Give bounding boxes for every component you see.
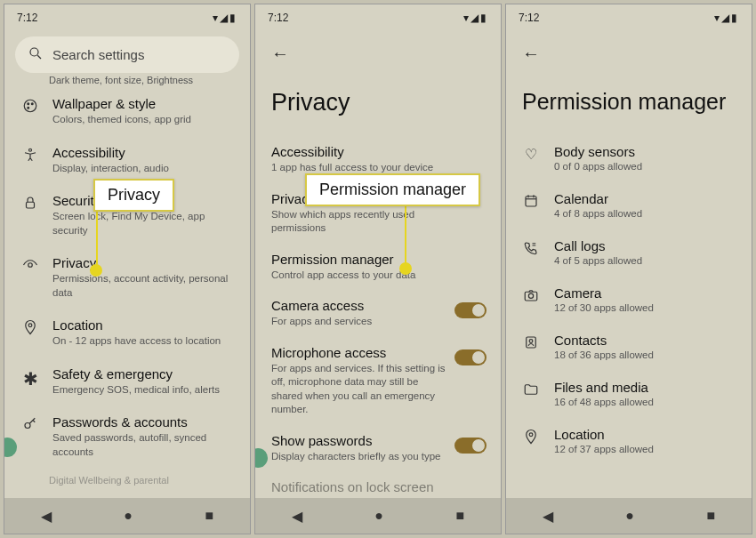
settings-screen: 7:12 ▾◢▮ Search settings Dark theme, fon… [4, 4, 251, 534]
search-settings[interactable]: Search settings [15, 36, 239, 73]
perm-item-files[interactable]: Files and media16 of 48 apps allowed [506, 370, 752, 417]
highlight-dot [90, 264, 102, 277]
nav-back-icon[interactable]: ◀ [41, 508, 52, 525]
callout-permission-manager: Permission manager [305, 173, 480, 206]
perm-item-call-logs[interactable]: Call logs4 of 5 apps allowed [506, 229, 752, 276]
toggle-camera[interactable] [454, 302, 487, 318]
svg-point-16 [528, 293, 533, 298]
svg-point-9 [28, 324, 32, 327]
privacy-item-microphone[interactable]: Microphone accessFor apps and services. … [255, 337, 501, 425]
nav-home-icon[interactable]: ● [374, 508, 383, 524]
search-placeholder: Search settings [52, 47, 144, 62]
key-icon [20, 414, 40, 432]
svg-point-19 [529, 433, 533, 437]
status-icons: ▾◢▮ [213, 12, 237, 24]
svg-point-8 [28, 263, 33, 268]
svg-point-6 [29, 149, 32, 151]
settings-item-accessibility[interactable]: AccessibilityDisplay, interaction, audio [4, 136, 250, 185]
toggle-passwords[interactable] [454, 438, 487, 454]
back-button[interactable]: ← [255, 31, 501, 64]
svg-point-0 [30, 48, 38, 56]
status-bar: 7:12 ▾◢▮ [255, 4, 501, 31]
status-icons: ▾◢▮ [714, 12, 739, 24]
privacy-item-permission-manager[interactable]: Permission managerControl app access to … [255, 244, 501, 291]
perm-item-camera[interactable]: Camera12 of 30 apps allowed [506, 276, 752, 323]
privacy-icon [20, 255, 40, 273]
accessibility-icon [20, 145, 40, 163]
nav-recent-icon[interactable]: ■ [205, 508, 214, 524]
location-icon [20, 317, 40, 335]
svg-rect-7 [27, 202, 35, 208]
nav-back-icon[interactable]: ◀ [292, 508, 302, 525]
nav-recent-icon[interactable]: ■ [456, 508, 465, 524]
privacy-screen: 7:12 ▾◢▮ ← Privacy Accessibility1 app ha… [254, 4, 502, 534]
perm-item-contacts[interactable]: Contacts18 of 36 apps allowed [506, 323, 752, 370]
highlight-dot [399, 262, 412, 275]
location-icon [522, 427, 540, 448]
settings-item-wallpaper[interactable]: Wallpaper & styleColors, themed icons, a… [4, 87, 250, 136]
page-title: Permission manager [506, 64, 752, 134]
svg-point-10 [25, 423, 30, 429]
next-item-cut: Digital Wellbeing & parental [4, 468, 250, 487]
settings-item-passwords[interactable]: Passwords & accountsSaved passwords, aut… [4, 406, 250, 468]
prev-item-cut: Dark theme, font size, Brightness [4, 73, 250, 87]
emergency-icon: ✱ [20, 366, 40, 389]
svg-point-18 [529, 340, 533, 343]
perm-item-location[interactable]: Location12 of 37 apps allowed [506, 417, 752, 464]
svg-point-2 [24, 100, 36, 112]
calendar-icon [522, 191, 540, 213]
clock: 7:12 [268, 12, 288, 24]
settings-item-safety[interactable]: ✱ Safety & emergencyEmergency SOS, medic… [4, 357, 250, 406]
status-icons: ▾◢▮ [463, 12, 488, 24]
heart-icon: ♡ [522, 144, 540, 163]
svg-point-5 [28, 107, 29, 108]
page-title: Privacy [255, 64, 501, 136]
callout-privacy: Privacy [93, 179, 174, 212]
settings-item-location[interactable]: LocationOn - 12 apps have access to loca… [4, 309, 250, 357]
svg-line-1 [37, 55, 41, 59]
nav-bar: ◀ ● ■ [255, 498, 501, 534]
perm-item-calendar[interactable]: Calendar4 of 8 apps allowed [506, 181, 752, 229]
settings-item-privacy[interactable]: PrivacyPermissions, account activity, pe… [4, 246, 250, 309]
permission-manager-screen: 7:12 ▾◢▮ ← Permission manager ♡Body sens… [505, 4, 752, 534]
highlight-line [405, 197, 406, 264]
nav-home-icon[interactable]: ● [124, 508, 133, 524]
nav-recent-icon[interactable]: ■ [707, 508, 716, 524]
lock-icon [20, 193, 40, 211]
svg-rect-11 [526, 197, 536, 206]
privacy-item-show-passwords[interactable]: Show passwordsDisplay characters briefly… [255, 425, 501, 472]
folder-icon [522, 380, 540, 401]
back-button[interactable]: ← [506, 31, 752, 64]
phone-icon [522, 238, 540, 260]
camera-icon [522, 285, 540, 307]
clock: 7:12 [17, 12, 37, 24]
search-icon [28, 45, 44, 64]
privacy-item-camera[interactable]: Camera accessFor apps and services [255, 290, 501, 337]
status-bar: 7:12 ▾◢▮ [4, 4, 250, 31]
nav-home-icon[interactable]: ● [625, 508, 634, 524]
toggle-microphone[interactable] [454, 349, 487, 365]
svg-point-3 [28, 103, 29, 105]
nav-back-icon[interactable]: ◀ [543, 508, 553, 525]
nav-bar: ◀ ● ■ [506, 498, 752, 534]
perm-item-body-sensors[interactable]: ♡Body sensors0 of 0 apps allowed [506, 134, 752, 181]
contacts-icon [522, 333, 540, 354]
clock: 7:12 [519, 12, 539, 24]
status-bar: 7:12 ▾◢▮ [506, 4, 752, 31]
svg-point-4 [31, 103, 33, 105]
palette-icon [20, 96, 40, 114]
nav-bar: ◀ ● ■ [4, 498, 250, 534]
